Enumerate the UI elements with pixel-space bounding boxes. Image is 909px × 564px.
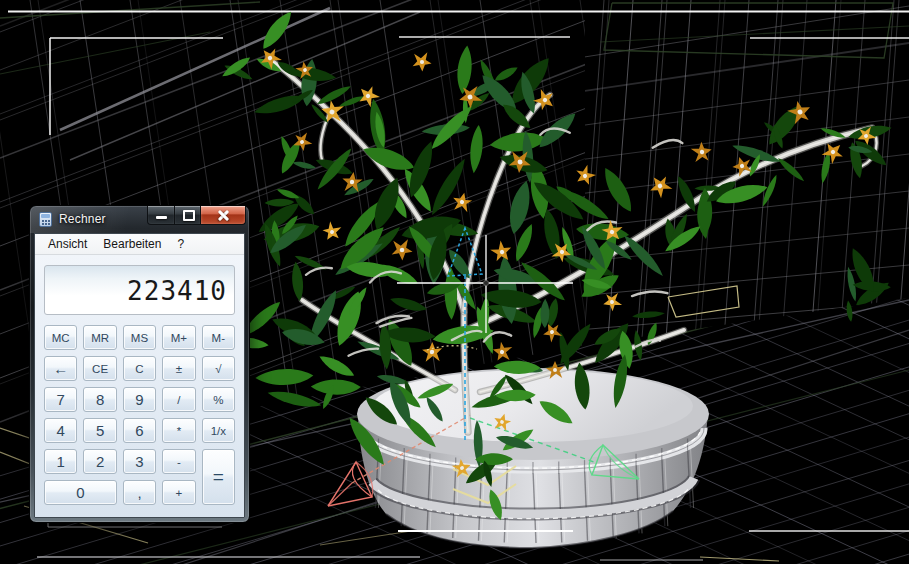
calc-key-1[interactable]: 1 (44, 449, 77, 474)
calculator-titlebar[interactable]: Rechner (30, 206, 249, 233)
calc-key-4[interactable]: 4 (44, 418, 77, 443)
close-button[interactable] (200, 206, 246, 225)
calc-key-8[interactable]: 8 (83, 387, 116, 412)
calc-key-multiply[interactable]: * (162, 418, 195, 443)
calc-keypad: MCMRMSM+M-←CEC±√789/%456*1/x123-=0,+ (44, 325, 235, 505)
calc-key-add[interactable]: + (162, 480, 195, 505)
menu-item-help[interactable]: ? (169, 235, 192, 254)
calculator-client-area: 223410 MCMRMSM+M-←CEC±√789/%456*1/x123-=… (35, 255, 244, 517)
calc-key-square-root[interactable]: √ (202, 356, 235, 381)
calculator-body: Ansicht Bearbeiten ? 223410 MCMRMSM+M-←C… (34, 233, 245, 518)
calc-key-2[interactable]: 2 (83, 449, 116, 474)
calc-key-percent[interactable]: % (202, 387, 235, 412)
calc-display: 223410 (44, 265, 235, 315)
screenshot-root: Rechner Ansicht Bearbeiten ? 223410 (0, 0, 909, 564)
calc-key-3[interactable]: 3 (123, 449, 156, 474)
maximize-icon (183, 210, 195, 221)
calc-key-0[interactable]: 0 (44, 480, 117, 505)
menu-bar: Ansicht Bearbeiten ? (35, 234, 244, 255)
calc-key-divide[interactable]: / (162, 387, 195, 412)
calc-key-memory-store[interactable]: MS (123, 325, 156, 350)
calc-key-5[interactable]: 5 (83, 418, 116, 443)
maximize-button[interactable] (174, 206, 201, 225)
calc-key-memory-add[interactable]: M+ (162, 325, 195, 350)
close-icon (218, 210, 229, 221)
calc-key-backspace[interactable]: ← (44, 356, 77, 381)
calc-key-memory-clear[interactable]: MC (44, 325, 77, 350)
calc-key-equals[interactable]: = (202, 449, 235, 505)
calculator-icon (39, 212, 52, 227)
calc-key-9[interactable]: 9 (123, 387, 156, 412)
menu-item-bearbeiten[interactable]: Bearbeiten (95, 235, 169, 254)
calc-key-clear[interactable]: C (123, 356, 156, 381)
minimize-icon (156, 216, 167, 219)
calc-key-memory-subtract[interactable]: M- (202, 325, 235, 350)
calc-key-6[interactable]: 6 (123, 418, 156, 443)
calc-key-clear-entry[interactable]: CE (83, 356, 116, 381)
calc-key-7[interactable]: 7 (44, 387, 77, 412)
calc-key-memory-recall[interactable]: MR (83, 325, 116, 350)
menu-item-ansicht[interactable]: Ansicht (40, 235, 95, 254)
calc-key-negate[interactable]: ± (162, 356, 195, 381)
calc-key-decimal[interactable]: , (123, 480, 156, 505)
window-title: Rechner (59, 212, 106, 226)
calculator-window: Rechner Ansicht Bearbeiten ? 223410 (29, 205, 250, 523)
caption-buttons (147, 206, 246, 225)
minimize-button[interactable] (147, 206, 175, 225)
calc-key-subtract[interactable]: - (162, 449, 195, 474)
calc-key-reciprocal[interactable]: 1/x (202, 418, 235, 443)
